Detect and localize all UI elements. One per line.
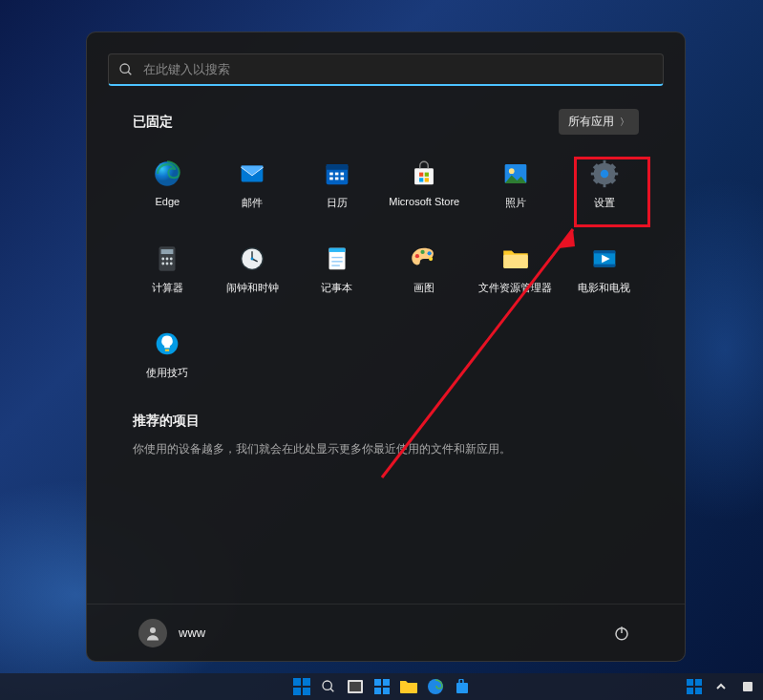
app-tile-movies[interactable]: 电影和电视	[569, 237, 639, 301]
app-label: 照片	[505, 196, 526, 210]
tips-icon	[151, 328, 183, 360]
taskbar-center	[290, 676, 474, 697]
recommended-title: 推荐的项目	[133, 413, 639, 430]
app-tile-paint[interactable]: 画图	[387, 237, 461, 301]
svg-point-31	[162, 258, 165, 261]
svg-rect-79	[695, 688, 702, 694]
svg-rect-6	[329, 173, 333, 176]
svg-point-47	[415, 254, 419, 258]
svg-rect-30	[161, 249, 174, 254]
paint-icon	[408, 243, 440, 275]
svg-rect-9	[329, 178, 333, 180]
svg-point-20	[600, 170, 608, 179]
app-tile-notepad[interactable]: 记事本	[303, 237, 372, 301]
all-apps-button[interactable]: 所有应用 〉	[559, 109, 639, 135]
app-label: 电影和电视	[578, 281, 630, 295]
svg-line-1	[128, 72, 131, 74]
svg-rect-51	[503, 255, 528, 268]
svg-rect-73	[383, 688, 390, 694]
svg-point-35	[166, 263, 169, 265]
recommended-message: 你使用的设备越多，我们就会在此处显示更多你最近使用的文件和新应用。	[133, 441, 639, 457]
taskbar-tray-overflow-icon[interactable]	[710, 676, 732, 697]
taskbar-explorer-button[interactable]	[397, 676, 420, 697]
folder-icon	[499, 243, 532, 275]
app-tile-settings[interactable]: 设置	[569, 152, 639, 216]
settings-icon	[588, 158, 621, 190]
svg-point-50	[429, 257, 433, 261]
start-footer: www	[87, 604, 685, 661]
svg-rect-13	[419, 173, 423, 177]
app-label: 邮件	[242, 196, 263, 210]
svg-rect-70	[374, 679, 381, 686]
taskbar-search-button[interactable]	[317, 676, 340, 697]
user-account-button[interactable]: www	[133, 613, 211, 653]
svg-rect-7	[335, 173, 339, 176]
app-label: 使用技巧	[146, 366, 188, 380]
svg-rect-76	[687, 679, 693, 686]
taskbar-tray-windows-icon[interactable]	[683, 676, 706, 697]
svg-rect-22	[603, 182, 605, 188]
app-label: 设置	[594, 196, 615, 210]
app-label: 画图	[413, 281, 434, 295]
edge-icon	[151, 158, 183, 190]
notepad-icon	[321, 243, 353, 275]
app-tile-store[interactable]: Microsoft Store	[387, 152, 461, 216]
app-grid: Edge 邮件 日历 Microsoft Store	[133, 152, 639, 386]
svg-point-0	[120, 64, 129, 73]
app-tile-edge[interactable]: Edge	[133, 152, 202, 216]
search-box[interactable]	[108, 53, 664, 86]
app-label: Edge	[156, 196, 180, 207]
taskbar-start-button[interactable]	[290, 676, 313, 697]
calendar-icon	[321, 158, 353, 190]
svg-rect-56	[165, 350, 169, 351]
svg-point-32	[166, 258, 169, 261]
svg-rect-78	[687, 688, 693, 694]
chevron-right-icon: 〉	[620, 116, 629, 129]
svg-rect-16	[425, 178, 429, 181]
app-tile-mail[interactable]: 邮件	[218, 152, 287, 216]
app-label: 日历	[327, 196, 348, 210]
svg-rect-75	[456, 683, 468, 693]
search-icon	[118, 62, 134, 77]
app-tile-clock[interactable]: 闹钟和时钟	[218, 237, 287, 301]
svg-point-57	[150, 627, 156, 633]
app-tile-calendar[interactable]: 日历	[303, 152, 372, 216]
svg-rect-72	[374, 688, 381, 694]
mail-icon	[236, 158, 268, 190]
movies-icon	[588, 243, 621, 275]
start-menu: 已固定 所有应用 〉 Edge 邮件	[86, 32, 686, 662]
app-label: 记事本	[321, 281, 352, 295]
svg-rect-11	[340, 178, 344, 180]
username-label: www	[179, 626, 205, 640]
power-button[interactable]	[604, 616, 639, 650]
all-apps-label: 所有应用	[568, 114, 614, 130]
app-label: 文件资源管理器	[478, 281, 552, 295]
svg-point-33	[170, 258, 173, 261]
svg-rect-77	[695, 679, 702, 686]
svg-rect-24	[612, 173, 618, 176]
app-tile-photos[interactable]: 照片	[477, 152, 554, 216]
app-tile-calculator[interactable]: 计算器	[133, 237, 202, 301]
svg-rect-80	[743, 682, 752, 691]
app-label: Microsoft Store	[389, 196, 459, 207]
app-tile-tips[interactable]: 使用技巧	[133, 322, 202, 386]
avatar-icon	[138, 619, 167, 647]
svg-rect-63	[303, 678, 310, 686]
svg-rect-10	[335, 178, 339, 180]
search-input[interactable]	[143, 62, 653, 76]
svg-point-49	[428, 251, 432, 255]
svg-rect-54	[593, 265, 615, 267]
svg-rect-53	[593, 251, 615, 254]
recommended-section: 推荐的项目 你使用的设备越多，我们就会在此处显示更多你最近使用的文件和新应用。	[87, 386, 685, 457]
taskbar-edge-button[interactable]	[424, 676, 447, 697]
svg-point-41	[251, 258, 254, 261]
svg-point-48	[421, 250, 425, 254]
taskbar-widgets-button[interactable]	[371, 676, 393, 697]
svg-point-74	[428, 679, 443, 694]
svg-point-36	[170, 263, 173, 265]
taskbar-tray-item-icon[interactable]	[736, 676, 759, 697]
taskbar-taskview-button[interactable]	[344, 676, 367, 697]
svg-rect-23	[590, 173, 596, 176]
app-tile-explorer[interactable]: 文件资源管理器	[477, 237, 554, 301]
taskbar-store-button[interactable]	[451, 676, 474, 697]
